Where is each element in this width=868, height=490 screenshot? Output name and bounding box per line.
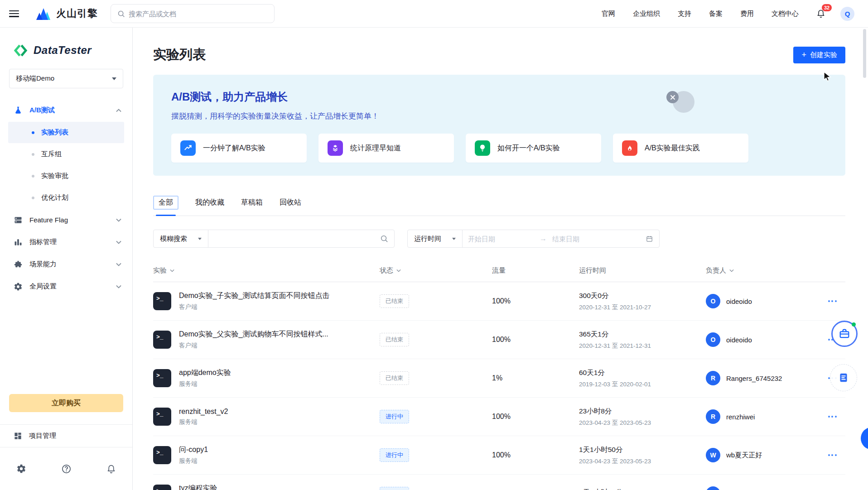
sidebar-item-global-settings[interactable]: 全局设置: [0, 275, 132, 298]
banner-close-button[interactable]: [666, 91, 679, 103]
create-experiment-button[interactable]: + 创建实验: [793, 47, 845, 63]
traffic-value: 100%: [488, 413, 579, 421]
buy-now-button[interactable]: 立即购买: [9, 394, 123, 412]
sidebar-item-feature-flag[interactable]: Feature Flag: [0, 209, 132, 231]
project-selector-value: 移动端Demo: [16, 74, 54, 83]
column-header-owner[interactable]: 负责人: [706, 266, 819, 275]
experiment-name[interactable]: tyz编程实验: [179, 484, 217, 490]
experiment-table: 实验 状态 流量 运行时间 负责人 >_ Demo实验_子实验_: [153, 259, 845, 490]
sidebar-item-scene-capability[interactable]: 场景能力: [0, 253, 132, 275]
sidebar-item-ab-test[interactable]: A/B测试: [0, 99, 132, 121]
banner-card-howto[interactable]: 如何开一个A/B实验: [466, 134, 601, 163]
search-type-select[interactable]: 模糊搜索: [154, 235, 208, 243]
nav-link-billing[interactable]: 费用: [740, 10, 754, 18]
runtime-duration: 300天0分: [579, 291, 706, 301]
owner-name: wb夏天正好: [726, 451, 762, 460]
nav-link-filing[interactable]: 备案: [709, 10, 723, 18]
arrow-right-icon: →: [540, 235, 547, 243]
close-icon: [670, 95, 675, 100]
volcengine-logo[interactable]: 火山引擎: [35, 7, 98, 20]
sidebar-item-mutex-group[interactable]: 互斥组: [8, 144, 124, 165]
nav-link-support[interactable]: 支持: [678, 10, 691, 18]
experiment-platform: 服务端: [179, 457, 208, 465]
tab-all[interactable]: 全部: [153, 196, 178, 210]
table-row[interactable]: >_ Demo实验_子实验_测试结算页面不同按钮点击 客户端 已结束 100% …: [153, 282, 845, 321]
chevron-down-icon: [116, 240, 121, 244]
gear-icon: [14, 282, 23, 291]
traffic-value: 100%: [488, 297, 579, 305]
document-icon: [838, 372, 849, 384]
experiment-platform: 服务端: [179, 418, 228, 426]
row-more-button[interactable]: [819, 454, 845, 456]
table-row[interactable]: >_ renzhit_test_v2 服务端 进行中 100% 23小时8分 2…: [153, 398, 845, 436]
experiment-name[interactable]: 问-copy1: [179, 445, 208, 455]
banner-subtitle: 摆脱猜测，用科学的实验衡量决策收益，让产品增长更简单！: [171, 111, 827, 121]
search-icon[interactable]: [380, 235, 388, 243]
nav-link-docs[interactable]: 文档中心: [772, 10, 799, 18]
top-navbar: 火山引擎 官网 企业组织 支持 备案 费用 文档中心 32 Q: [0, 0, 868, 28]
sidebar-item-project-management[interactable]: 项目管理: [0, 425, 132, 447]
caret-down-icon: [452, 238, 456, 240]
bell-icon[interactable]: [106, 464, 116, 474]
project-selector[interactable]: 移动端Demo: [9, 69, 123, 88]
tab-recycle-bin[interactable]: 回收站: [280, 196, 301, 209]
banner-card-statistics[interactable]: 统计原理早知道: [318, 134, 454, 163]
time-type-select[interactable]: 运行时间: [408, 235, 462, 243]
banner-card-intro[interactable]: 一分钟了解A/B实验: [171, 134, 307, 163]
time-range-filter: 运行时间 →: [407, 230, 660, 248]
global-search[interactable]: [111, 4, 275, 23]
sort-caret-icon: [396, 269, 401, 272]
table-row[interactable]: >_ 问-copy1 服务端 进行中 100% 1天1小时50分 2023-04…: [153, 436, 845, 475]
table-row[interactable]: >_ Demo实验_父实验_测试购物车不同按钮样式... 客户端 已结束 100…: [153, 321, 845, 359]
notification-bell-icon[interactable]: 32: [816, 9, 825, 19]
calendar-icon[interactable]: [646, 235, 653, 243]
traffic-value: 100%: [488, 451, 579, 459]
row-more-button[interactable]: [819, 300, 845, 302]
column-header-runtime: 运行时间: [579, 266, 706, 275]
runtime-range: 2023-04-23 至 2023-05-23: [579, 457, 706, 466]
owner-name: oideoido: [726, 336, 752, 344]
column-header-status[interactable]: 状态: [380, 266, 488, 275]
status-badge: 已结束: [380, 333, 409, 346]
column-header-experiment[interactable]: 实验: [153, 266, 380, 275]
experiment-search-input[interactable]: [208, 235, 380, 243]
sidebar-item-optimization-plan[interactable]: 优化计划: [8, 187, 124, 208]
column-header-traffic: 流量: [488, 266, 579, 275]
sidebar-item-experiment-approval[interactable]: 实验审批: [8, 165, 124, 187]
row-more-button[interactable]: [819, 416, 845, 418]
main-content: 实验列表 + 创建实验 A/B测试，助力产品增长 摆脱猜测，用科学的实验衡量决策…: [133, 28, 868, 490]
experiment-name[interactable]: app端demo实验: [179, 368, 231, 378]
end-date-input[interactable]: [547, 235, 624, 243]
experiment-name[interactable]: Demo实验_父实验_测试购物车不同按钮样式...: [179, 330, 328, 339]
experiment-name[interactable]: renzhit_test_v2: [179, 408, 228, 416]
owner-name: oideoido: [726, 298, 752, 305]
start-date-input[interactable]: [463, 235, 540, 243]
table-row[interactable]: >_ app端demo实验 服务端 已结束 1% 60天1分 2019-12-0…: [153, 359, 845, 398]
nav-link-org[interactable]: 企业组织: [633, 10, 660, 18]
search-input[interactable]: [129, 10, 268, 18]
table-row[interactable]: >_ tyz编程实验 服务端 进行中 100% 1天5小时33分 N nmMah…: [153, 475, 845, 490]
puzzle-icon: [14, 260, 23, 269]
settings-gear-icon[interactable]: [16, 464, 26, 474]
datatester-logo[interactable]: DataTester: [0, 28, 132, 57]
nav-link-official[interactable]: 官网: [602, 10, 615, 18]
banner-card-best-practice[interactable]: A/B实验最佳实践: [613, 134, 748, 163]
terminal-icon: >_: [153, 331, 171, 349]
owner-avatar: R: [706, 409, 720, 424]
experiment-name[interactable]: Demo实验_子实验_测试结算页面不同按钮点击: [179, 291, 329, 301]
menu-hamburger-icon[interactable]: [9, 10, 19, 17]
tab-drafts[interactable]: 草稿箱: [241, 196, 263, 209]
tab-favorites[interactable]: 我的收藏: [195, 196, 224, 209]
caret-down-icon: [112, 77, 116, 80]
search-filter: 模糊搜索: [153, 230, 395, 248]
owner-avatar: N: [706, 486, 720, 490]
chevron-up-icon: [116, 109, 121, 112]
toolbox-floating-button[interactable]: [831, 321, 858, 347]
sidebar-item-experiment-list[interactable]: 实验列表: [8, 122, 124, 143]
docs-floating-button[interactable]: [830, 364, 857, 391]
user-avatar[interactable]: Q: [840, 7, 854, 21]
help-icon[interactable]: [61, 464, 72, 474]
chevron-down-icon: [116, 285, 121, 288]
scrollbar-thumb[interactable]: [863, 29, 866, 78]
sidebar-item-metrics[interactable]: 指标管理: [0, 231, 132, 253]
